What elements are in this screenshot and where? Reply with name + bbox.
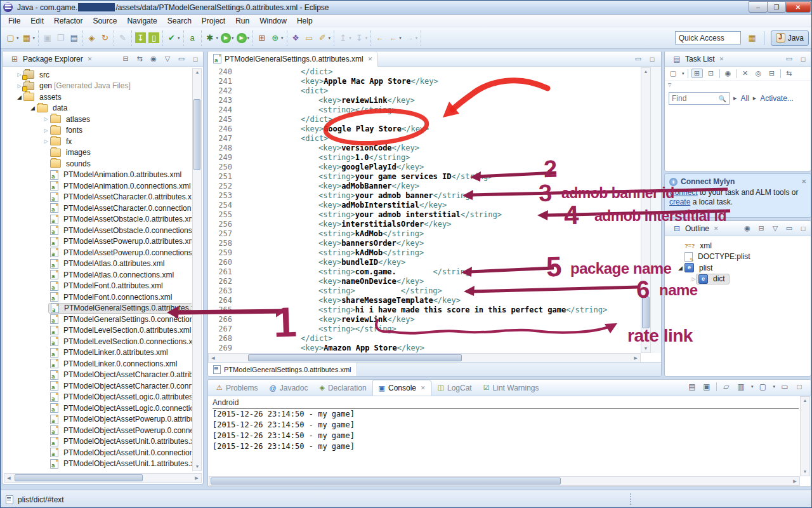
tree-item-ptmodellevelsection-0-attributes-xml[interactable]: PTModelLevelSection.0.attributes.xml bbox=[4, 325, 192, 337]
mylyn-create-link[interactable]: create bbox=[669, 197, 690, 206]
scroll-right-arrow[interactable]: ▶ bbox=[790, 478, 799, 485]
scroll-down-arrow[interactable]: ▼ bbox=[641, 345, 650, 352]
maximize-icon[interactable]: □ bbox=[190, 55, 200, 63]
dropdown-caret-icon[interactable]: ▾ bbox=[232, 36, 234, 41]
collapse-all-icon[interactable]: ⊟ bbox=[121, 55, 131, 63]
close-icon[interactable]: ✕ bbox=[714, 225, 719, 232]
dropdown-caret-icon[interactable]: ▾ bbox=[281, 36, 284, 41]
console-tab-javadoc[interactable]: @Javadoc bbox=[264, 380, 314, 396]
tree-item-dict[interactable]: ▷edict bbox=[665, 274, 811, 285]
scroll-up-arrow[interactable]: ▲ bbox=[193, 69, 202, 76]
tree-item-src[interactable]: ▷src bbox=[4, 69, 192, 81]
task-presentation-icon[interactable]: ◎ bbox=[754, 69, 764, 77]
menu-project[interactable]: Project bbox=[197, 15, 230, 27]
dropdown-caret-icon[interactable]: ▾ bbox=[33, 36, 36, 41]
console-tab-console[interactable]: ▣Console✕ bbox=[372, 380, 432, 396]
open-resource-button[interactable]: ▭ bbox=[303, 31, 316, 44]
new-wizard-button[interactable]: ▢▾ bbox=[4, 31, 20, 44]
all-caret[interactable]: ▶ bbox=[733, 96, 737, 101]
tree-item-plist[interactable]: ◢eplist bbox=[665, 262, 811, 274]
console-output[interactable]: Android [2015-12-26 23:14:50 - my game][… bbox=[209, 396, 800, 476]
expand-arrow-icon[interactable]: ▷ bbox=[42, 138, 50, 144]
expand-arrow-icon[interactable]: ▷ bbox=[42, 128, 50, 133]
tree-item-ptmodelfont-0-connections-xml[interactable]: PTModelFont.0.connections.xml bbox=[4, 291, 192, 303]
tree-item-sounds[interactable]: sounds bbox=[4, 158, 192, 170]
collapse-arrow-icon[interactable]: ◢ bbox=[676, 265, 684, 271]
menu-refactor[interactable]: Refactor bbox=[49, 15, 88, 27]
tree-item-ptmodellinker-0-attributes-xml[interactable]: PTModelLinker.0.attributes.xml bbox=[4, 347, 192, 359]
new-java-wizard-button[interactable]: ▦▾ bbox=[20, 31, 37, 44]
tree-item-fx[interactable]: ▷fx bbox=[4, 136, 192, 147]
tree-item-ptmodelassetcharacter-0-attributes-xml[interactable]: PTModelAssetCharacter.0.attributes.xml bbox=[4, 192, 192, 203]
console-tab-declaration[interactable]: ◈Declaration bbox=[313, 380, 372, 396]
print-button[interactable]: ▤ bbox=[67, 31, 81, 44]
task-filter-all-link[interactable]: All bbox=[740, 94, 749, 103]
minimize-icon[interactable]: ▭ bbox=[633, 55, 643, 63]
tree-item-ptmodelassetpowerup-0-attributes-xml[interactable]: PTModelAssetPowerup.0.attributes.xml bbox=[4, 236, 192, 248]
highlighter-button[interactable]: ✐▾ bbox=[316, 31, 332, 44]
tree-item-ptmodelanimation-0-connections-xml[interactable]: PTModelAnimation.0.connections.xml bbox=[4, 180, 192, 192]
tree-item-ptmodelobjectassetpowerup-0-attributes-xml[interactable]: PTModelObjectAssetPowerup.0.attributes.x… bbox=[4, 414, 192, 425]
tree-item-ptmodellevelsection-0-connections-xml[interactable]: PTModelLevelSection.0.connections.xml bbox=[4, 336, 192, 347]
close-icon[interactable]: ✕ bbox=[801, 178, 806, 185]
tree-item-ptmodelatlas-0-attributes-xml[interactable]: PTModelAtlas.0.attributes.xml bbox=[4, 258, 192, 270]
back-to-resource-button[interactable]: ← bbox=[373, 31, 386, 44]
run-external-tools-button[interactable]: ▶▾ bbox=[235, 32, 251, 44]
tree-item-doctype-plist[interactable]: DOCTYPE:plist bbox=[665, 251, 811, 263]
tree-item-ptmodelgeneralsettings-0-attributes-xml[interactable]: PTModelGeneralSettings.0.attributes.xml bbox=[4, 303, 192, 314]
open-perspective-button[interactable]: ▦ bbox=[747, 33, 757, 43]
pin-console-icon[interactable]: ▱ bbox=[721, 382, 731, 391]
tree-item-ptmodelobjectassetunit-1-attributes-xml[interactable]: PTModelObjectAssetUnit.1.attributes.xml bbox=[4, 458, 192, 470]
menu-help[interactable]: Help bbox=[292, 15, 318, 27]
minimize-icon[interactable]: ▭ bbox=[176, 55, 187, 63]
scrollbar-thumb[interactable] bbox=[211, 478, 561, 485]
scroll-left-arrow[interactable]: ◀ bbox=[209, 354, 218, 362]
maximize-icon[interactable]: □ bbox=[798, 225, 808, 232]
back-button[interactable]: ←▾ bbox=[386, 31, 403, 44]
expand-toolbar-caret[interactable]: ▽ bbox=[668, 83, 671, 88]
collapse-arrow-icon[interactable]: ◢ bbox=[15, 94, 23, 100]
new-task-icon[interactable]: ▢ bbox=[668, 69, 678, 77]
tree-item-ptmodelassetcharacter-0-connections-xml[interactable]: PTModelAssetCharacter.0.connections.xml bbox=[4, 203, 192, 214]
dropdown-caret-icon[interactable]: ▾ bbox=[682, 71, 684, 76]
dropdown-caret-icon[interactable]: ▾ bbox=[16, 36, 19, 41]
maximize-icon[interactable]: □ bbox=[647, 55, 657, 63]
console-tab-problems[interactable]: ⚠Problems bbox=[211, 380, 264, 396]
collapse-all-icon[interactable]: ⊟ bbox=[756, 224, 766, 232]
outline-tree[interactable]: ?=?xmlDOCTYPE:plist◢eplist▷edict bbox=[665, 236, 811, 284]
scroll-left-arrow[interactable]: ◀ bbox=[4, 474, 13, 482]
activate-caret[interactable]: ▶ bbox=[753, 96, 756, 101]
collapse-arrow-icon[interactable]: ◢ bbox=[29, 105, 37, 111]
tree-item-ptmodelanimation-0-attributes-xml[interactable]: PTModelAnimation.0.attributes.xml bbox=[4, 170, 192, 181]
scrollbar-thumb[interactable] bbox=[193, 99, 200, 170]
tree-item-assets[interactable]: ◢assets bbox=[4, 91, 192, 103]
restore-button[interactable]: ❐ bbox=[767, 1, 786, 13]
minimize-icon[interactable]: ▭ bbox=[780, 382, 790, 391]
focus-on-task-icon[interactable]: ◉ bbox=[723, 69, 733, 77]
task-activate-link[interactable]: Activate... bbox=[760, 94, 794, 103]
maximize-icon[interactable]: □ bbox=[798, 55, 808, 63]
scroll-down-arrow[interactable]: ▼ bbox=[193, 463, 202, 471]
console-tab-lint-warnings[interactable]: ☑Lint Warnings bbox=[478, 380, 545, 396]
dropdown-caret-icon[interactable]: ▾ bbox=[329, 36, 331, 41]
tree-item-ptmodelatlas-0-connections-xml[interactable]: PTModelAtlas.0.connections.xml bbox=[4, 269, 192, 281]
close-button[interactable]: ✕ bbox=[785, 1, 811, 13]
scrollbar-thumb[interactable] bbox=[248, 354, 462, 361]
editor-bottom-tab[interactable]: PTModelGeneralSettings.0.attributes.xml bbox=[208, 363, 357, 376]
view-menu-dots-icon[interactable]: ◉ bbox=[148, 55, 159, 63]
maximize-icon[interactable]: □ bbox=[794, 382, 804, 391]
debug-button[interactable]: ✱▾ bbox=[204, 31, 220, 44]
tree-item-ptmodelassetobstacle-0-attributes-xml[interactable]: PTModelAssetObstacle.0.attributes.xml bbox=[4, 214, 192, 225]
clear-console-icon[interactable]: ▤ bbox=[687, 382, 697, 391]
export-build-button[interactable]: ◈ bbox=[85, 31, 98, 44]
package-explorer-hscrollbar[interactable]: ◀ ▶ bbox=[4, 473, 202, 483]
tree-item-data[interactable]: ◢data bbox=[4, 103, 192, 114]
open-console-icon[interactable]: ▢ bbox=[757, 382, 768, 391]
new-java-package-button[interactable]: ⊞ bbox=[255, 31, 268, 44]
scheduled-view-icon[interactable]: ⊡ bbox=[706, 69, 716, 77]
close-icon[interactable]: ✕ bbox=[421, 385, 426, 391]
scroll-right-arrow[interactable]: ▶ bbox=[192, 474, 201, 482]
editor-vscrollbar[interactable]: ▲ ▼ bbox=[641, 67, 651, 353]
close-icon[interactable]: ✕ bbox=[719, 56, 724, 62]
link-with-editor-icon[interactable]: ⇆ bbox=[784, 69, 794, 77]
